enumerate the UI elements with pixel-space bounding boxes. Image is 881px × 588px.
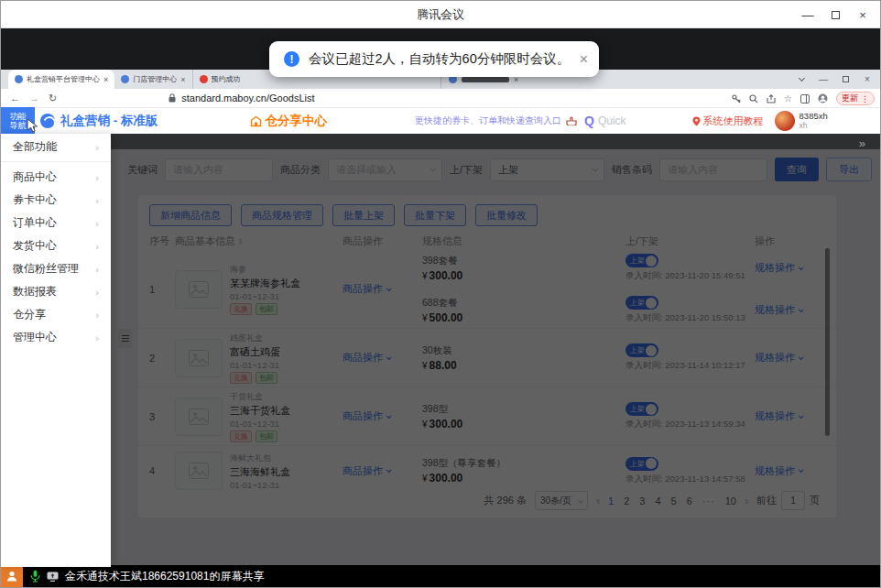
tab-close-icon[interactable]: ×	[103, 75, 108, 84]
pointing-finger-icon	[566, 113, 577, 129]
sidebar-item[interactable]: 管理中心›	[1, 326, 111, 349]
microphone-icon	[30, 570, 40, 583]
header-right-group: 更快捷的券卡、订单和快递查询入口 Q Quick 系统使用教程 8385xh x…	[415, 108, 828, 134]
screen-share-icon	[47, 572, 59, 582]
forward-icon[interactable]: →	[29, 93, 39, 103]
sidebar-item-label: 商品中心	[13, 169, 57, 185]
tabs: 礼盒营销平台管理中心×门店管理中心×预约成功	[8, 70, 247, 89]
browser-tab[interactable]: 礼盒营销平台管理中心×	[8, 70, 114, 89]
chevron-right-icon: ›	[95, 142, 99, 153]
minimize-icon[interactable]: —	[794, 1, 821, 28]
modal-overlay[interactable]	[111, 134, 880, 567]
sidebar-item[interactable]: 全部功能›	[1, 136, 111, 158]
profile-avatar-icon[interactable]	[818, 93, 828, 103]
info-icon: !	[284, 51, 299, 67]
tutorial-link[interactable]: 系统使用教程	[692, 114, 764, 128]
url-text[interactable]: standard.maboy.cn/GoodsList	[181, 93, 314, 103]
tab-close-icon[interactable]: ×	[180, 75, 185, 84]
store-icon	[250, 115, 262, 127]
maximize-icon[interactable]	[821, 1, 849, 28]
user-name: 8385xh	[799, 112, 828, 121]
sharer-avatar	[1, 565, 23, 587]
main-content: 关键词 商品分类 请选择或输入 上/下架 上架 销售条码	[111, 134, 880, 567]
chevron-right-icon: ›	[95, 195, 99, 206]
meeting-titlebar: 腾讯会议 — ×	[1, 1, 880, 28]
page-body: 全部功能›商品中心›券卡中心›订单中心›发货中心›微信粉丝管理›数据报表›仓分享…	[1, 134, 880, 567]
meeting-notification: ! 会议已超过2人，自动转为60分钟限时会议。 ×	[269, 41, 599, 77]
tab-label: 预约成功	[212, 74, 241, 84]
share-center-link[interactable]: 仓分享中心	[250, 113, 328, 129]
brand-group: 礼盒营销 - 标准版 仓分享中心	[40, 108, 327, 134]
screenshot-root: 腾讯会议 — × 礼盒营销平台管理中心×门店管理中心×预约成功 × —	[0, 0, 881, 588]
tab-label	[462, 77, 509, 82]
sidebar-list: 全部功能›商品中心›券卡中心›订单中心›发货中心›微信粉丝管理›数据报表›仓分享…	[1, 134, 111, 349]
browser-minimize-icon[interactable]: —	[812, 70, 834, 89]
sidebar-item[interactable]: 微信粉丝管理›	[1, 257, 111, 280]
browser-tab[interactable]: 预约成功	[192, 70, 247, 89]
expand-drawer-icon[interactable]: »	[859, 136, 865, 150]
nav-toggle-line2: 导航	[10, 121, 27, 130]
tutorial-label: 系统使用教程	[703, 114, 764, 128]
more-icon: ⋮	[861, 94, 869, 103]
close-icon[interactable]: ×	[849, 1, 876, 28]
sidebar-item[interactable]: 订单中心›	[1, 212, 111, 234]
promo-link[interactable]: 更快捷的券卡、订单和快递查询入口	[415, 114, 561, 127]
nav-sidebar: 全部功能›商品中心›券卡中心›订单中心›发货中心›微信粉丝管理›数据报表›仓分享…	[1, 134, 111, 567]
back-icon[interactable]: ←	[10, 93, 20, 103]
browser-restore-icon[interactable]	[834, 70, 856, 89]
tab-favicon	[200, 75, 208, 83]
tab-favicon	[121, 75, 129, 83]
tab-search-icon[interactable]	[790, 70, 812, 89]
share-icon[interactable]	[767, 94, 776, 103]
chevron-right-icon: ›	[95, 264, 99, 275]
sidebar-item[interactable]: 仓分享›	[1, 303, 111, 326]
bookmark-star-icon[interactable]: ☆	[784, 93, 792, 103]
chevron-right-icon: ›	[95, 241, 99, 252]
sidebar-item[interactable]: 商品中心›	[1, 166, 111, 189]
quick-search-icon[interactable]: Q	[584, 114, 594, 128]
zoom-icon[interactable]	[749, 94, 758, 103]
quick-search-placeholder[interactable]: Quick	[598, 114, 626, 127]
chevron-right-icon: ›	[95, 172, 99, 183]
pin-icon	[692, 116, 701, 126]
notification-close-icon[interactable]: ×	[580, 52, 588, 67]
user-avatar[interactable]	[775, 111, 795, 131]
tab-favicon	[15, 75, 23, 83]
sidebar-item[interactable]: 数据报表›	[1, 280, 111, 303]
chevron-right-icon: ›	[95, 218, 99, 229]
sidebar-item-label: 微信粉丝管理	[13, 261, 79, 277]
browser-close-icon[interactable]: ×	[856, 70, 878, 89]
mouse-cursor	[27, 118, 38, 136]
sidebar-item[interactable]: 发货中心›	[1, 234, 111, 257]
tab-label: 礼盒营销平台管理中心	[27, 74, 100, 84]
brand-title: 礼盒营销 - 标准版	[60, 113, 158, 129]
address-bar-actions: ☆ 更新 ⋮	[732, 89, 875, 108]
chevron-right-icon: ›	[95, 287, 99, 298]
notification-text: 会议已超过2人，自动转为60分钟限时会议。	[309, 50, 570, 68]
meeting-stage: 礼盒营销平台管理中心×门店管理中心×预约成功 × — × ← → ↻	[1, 28, 880, 567]
tab-label: 门店管理中心	[133, 74, 177, 84]
browser-update-button[interactable]: 更新 ⋮	[836, 92, 875, 105]
sidebar-item-label: 数据报表	[13, 284, 57, 299]
update-label: 更新	[842, 93, 858, 104]
brand-logo-icon	[40, 114, 55, 128]
sidebar-divider	[1, 161, 111, 162]
browser-tab[interactable]: 门店管理中心×	[114, 70, 191, 89]
key-icon[interactable]	[732, 94, 741, 103]
sidebar-item[interactable]: 券卡中心›	[1, 189, 111, 212]
chevron-right-icon: ›	[95, 310, 99, 321]
shared-browser-window: 礼盒营销平台管理中心×门店管理中心×预约成功 × — × ← → ↻	[1, 70, 880, 567]
user-subname: xh	[799, 121, 828, 130]
meeting-window-controls: — ×	[794, 1, 876, 28]
sidebar-item-label: 仓分享	[13, 307, 46, 322]
person-icon	[5, 570, 18, 583]
sidebar-item-label: 订单中心	[13, 215, 57, 231]
sidebar-item-label: 券卡中心	[13, 192, 57, 208]
refresh-icon[interactable]: ↻	[49, 93, 57, 104]
sidebar-item-label: 全部功能	[13, 139, 57, 155]
meeting-title: 腾讯会议	[1, 1, 880, 28]
share-center-label: 仓分享中心	[266, 113, 328, 129]
sidebar-item-label: 发货中心	[13, 238, 57, 254]
lock-icon[interactable]	[169, 93, 176, 103]
side-panel-icon[interactable]	[800, 94, 810, 103]
